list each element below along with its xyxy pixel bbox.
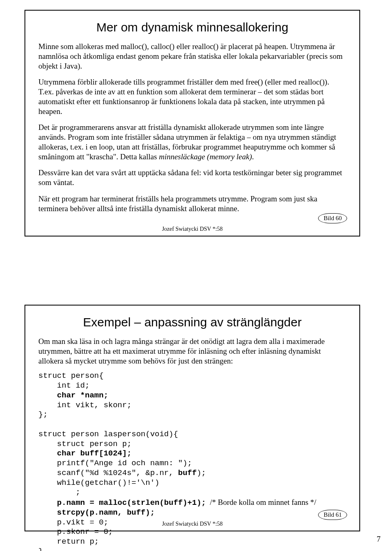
slide1-title: Mer om dynamisk minnesallokering (38, 20, 346, 34)
c2l8a: p.namn = malloc(strlen(buff)+1); (38, 498, 206, 507)
c2l2: struct person p; (38, 439, 131, 448)
slide2-footer: Jozef Swiatycki DSV *:58 (25, 521, 359, 527)
slide-2: Exempel – anpassning av stränglängder Om… (24, 305, 360, 531)
slide1-para1: Minne som allokeras med malloc(), calloc… (38, 42, 346, 71)
slide1-para5: När ett program har terminerat friställs… (38, 194, 346, 214)
c2l5b: buff (178, 468, 197, 477)
c2l3: char buff[1024]; (38, 449, 131, 458)
slide-1: Mer om dynamisk minnesallokering Minne s… (24, 10, 360, 236)
c2l1: struct person lasperson(void){ (38, 430, 178, 439)
slide2-title: Exempel – anpassning av stränglängder (38, 315, 346, 329)
page: Mer om dynamisk minnesallokering Minne s… (0, 0, 392, 551)
slide1-para3: Det är programmerarens ansvar att fristä… (38, 123, 346, 161)
c2l5c: ); (197, 468, 206, 477)
slide1-badge: Bild 60 (318, 213, 347, 223)
c1l5: }; (38, 410, 48, 419)
slide1-p3-italic: minnesläckage (memory leak) (159, 152, 252, 161)
c1l1: struct person{ (38, 371, 104, 380)
page-number: 7 (377, 535, 381, 544)
c2l4: printf("Ange id och namn: "); (38, 459, 192, 468)
c2l6: while(getchar()!='\n') (38, 478, 159, 487)
slide1-p3b: . (252, 152, 254, 161)
slide1-para2: Utrymmena förblir allokerade tills progr… (38, 77, 346, 116)
c2l8-comment: /* Borde kolla om minnet fanns */ (206, 498, 316, 506)
c2l11: p.skonr = 0; (38, 527, 113, 536)
c2l12: return p; (38, 537, 99, 546)
slide1-footer: Jozef Swiatycki DSV *:58 (25, 226, 359, 232)
c2l5a: scanf("%d %1024s", &p.nr, (38, 468, 178, 477)
c2l13: } (38, 547, 43, 551)
slide2-intro: Om man ska läsa in och lagra många strän… (38, 337, 346, 366)
c1l3: char *namn; (38, 391, 108, 400)
slide2-badge: Bild 61 (318, 510, 347, 520)
c2l7: ; (38, 488, 80, 497)
slide1-para4: Dessvärre kan det vara svårt att upptäck… (38, 168, 346, 187)
c2l9: strcpy(p.namn, buff); (38, 508, 155, 517)
c1l4: int vikt, skonr; (38, 401, 131, 410)
c1l2: int id; (38, 381, 89, 390)
